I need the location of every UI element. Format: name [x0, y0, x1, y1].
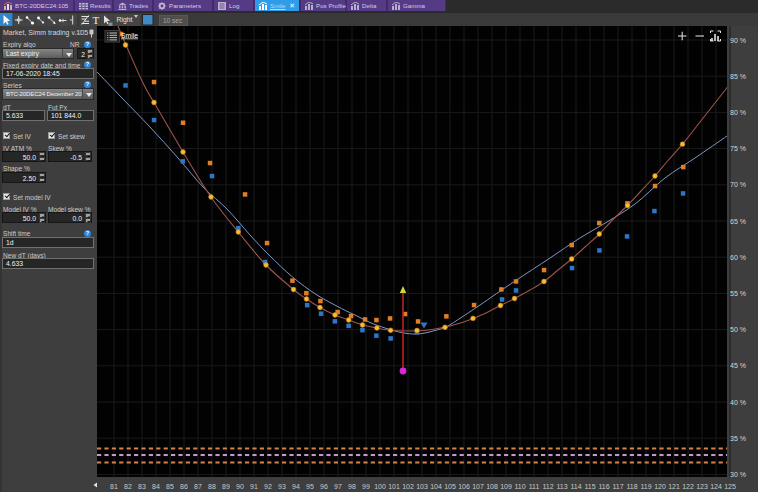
svg-text:104: 104 — [430, 483, 442, 490]
svg-text:118: 118 — [626, 483, 637, 490]
svg-text:86: 86 — [180, 483, 188, 490]
svg-text:102: 102 — [402, 483, 414, 490]
svg-text:Smile: Smile — [121, 32, 138, 39]
svg-text:92: 92 — [264, 483, 272, 490]
svg-text:91: 91 — [250, 483, 258, 490]
svg-text:101: 101 — [388, 483, 400, 490]
svg-text:82: 82 — [124, 483, 132, 490]
svg-text:107: 107 — [472, 483, 484, 490]
svg-text:50 %: 50 % — [730, 326, 746, 333]
svg-text:55 %: 55 % — [730, 290, 746, 297]
svg-text:89: 89 — [222, 483, 230, 490]
svg-text:120: 120 — [654, 483, 666, 490]
svg-text:80 %: 80 % — [730, 109, 746, 116]
svg-text:121: 121 — [668, 483, 680, 490]
svg-text:103: 103 — [416, 483, 428, 490]
svg-text:95: 95 — [306, 483, 314, 490]
svg-text:45 %: 45 % — [730, 362, 746, 369]
svg-text:111: 111 — [529, 483, 540, 490]
svg-text:60 %: 60 % — [730, 254, 746, 261]
svg-text:123: 123 — [696, 483, 708, 490]
svg-text:112: 112 — [542, 483, 553, 490]
svg-text:40 %: 40 % — [730, 399, 746, 406]
svg-text:116: 116 — [598, 483, 609, 490]
svg-text:35 %: 35 % — [730, 435, 746, 442]
svg-text:105: 105 — [444, 483, 456, 490]
svg-text:83: 83 — [138, 483, 146, 490]
svg-text:94: 94 — [292, 483, 300, 490]
svg-text:98: 98 — [348, 483, 356, 490]
svg-text:90 %: 90 % — [730, 37, 746, 44]
svg-text:70 %: 70 % — [730, 181, 746, 188]
svg-text:85: 85 — [166, 483, 174, 490]
svg-text:90: 90 — [236, 483, 244, 490]
svg-text:75 %: 75 % — [730, 145, 746, 152]
svg-text:125: 125 — [724, 483, 736, 490]
svg-text:84: 84 — [152, 483, 160, 490]
svg-text:109: 109 — [500, 483, 512, 490]
svg-text:110: 110 — [514, 483, 525, 490]
svg-text:81: 81 — [110, 483, 118, 490]
svg-text:108: 108 — [486, 483, 498, 490]
svg-text:88: 88 — [208, 483, 216, 490]
svg-text:85 %: 85 % — [730, 73, 746, 80]
svg-text:100: 100 — [374, 483, 386, 490]
svg-text:30 %: 30 % — [730, 471, 746, 478]
svg-text:87: 87 — [194, 483, 202, 490]
svg-text:117: 117 — [612, 483, 623, 490]
svg-text:113: 113 — [556, 483, 567, 490]
svg-text:114: 114 — [570, 483, 581, 490]
svg-text:96: 96 — [320, 483, 328, 490]
svg-text:124: 124 — [710, 483, 722, 490]
svg-text:106: 106 — [458, 483, 470, 490]
svg-text:65 %: 65 % — [730, 218, 746, 225]
svg-text:97: 97 — [334, 483, 342, 490]
svg-text:122: 122 — [682, 483, 694, 490]
svg-text:93: 93 — [278, 483, 286, 490]
svg-text:115: 115 — [584, 483, 595, 490]
svg-text:99: 99 — [362, 483, 370, 490]
svg-text:119: 119 — [640, 483, 651, 490]
